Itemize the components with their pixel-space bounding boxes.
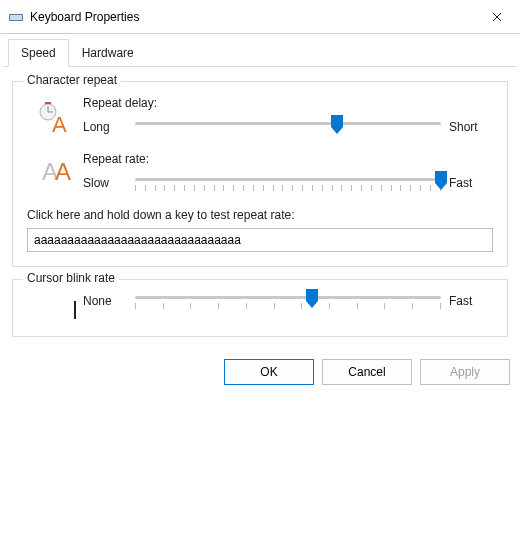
repeat-delay-min-label: Long <box>83 120 127 134</box>
cursor-blink-max-label: Fast <box>449 294 493 308</box>
repeat-rate-slider[interactable] <box>135 178 441 189</box>
repeat-rate-min-label: Slow <box>83 176 127 190</box>
cursor-blink-icon <box>27 294 83 320</box>
legend-cursor-blink: Cursor blink rate <box>23 271 119 285</box>
tab-hardware[interactable]: Hardware <box>69 39 147 67</box>
repeat-delay-label: Repeat delay: <box>83 96 493 110</box>
close-button[interactable] <box>474 0 520 34</box>
repeat-delay-icon: A <box>27 96 83 134</box>
cursor-blink-min-label: None <box>83 294 127 308</box>
title-bar: Keyboard Properties <box>0 0 520 34</box>
svg-rect-5 <box>45 102 51 104</box>
cancel-button-label: Cancel <box>348 365 385 379</box>
window-title: Keyboard Properties <box>30 10 474 24</box>
groupbox-character-repeat: Character repeat A Repeat delay: Long <box>12 81 508 267</box>
row-repeat-delay: A Repeat delay: Long Short <box>27 96 493 134</box>
row-repeat-rate: AA Repeat rate: Slow Fast <box>27 152 493 190</box>
repeat-rate-label: Repeat rate: <box>83 152 493 166</box>
client-area: Speed Hardware Character repeat A Repeat… <box>0 34 520 337</box>
test-repeat-input[interactable] <box>27 228 493 252</box>
app-icon <box>8 9 24 25</box>
ok-button[interactable]: OK <box>224 359 314 385</box>
ok-button-label: OK <box>260 365 277 379</box>
svg-text:A: A <box>52 112 67 134</box>
tab-hardware-label: Hardware <box>82 46 134 60</box>
apply-button[interactable]: Apply <box>420 359 510 385</box>
svg-rect-7 <box>74 301 76 319</box>
dialog-button-row: OK Cancel Apply <box>0 349 520 395</box>
groupbox-cursor-blink: Cursor blink rate None <box>12 279 508 337</box>
row-cursor-blink: None Fast <box>27 294 493 320</box>
tab-panel-speed: Character repeat A Repeat delay: Long <box>4 67 516 337</box>
tab-speed[interactable]: Speed <box>8 39 69 67</box>
repeat-rate-max-label: Fast <box>449 176 493 190</box>
repeat-delay-slider[interactable] <box>135 122 441 133</box>
tab-strip: Speed Hardware <box>4 38 516 67</box>
repeat-delay-max-label: Short <box>449 120 493 134</box>
cancel-button[interactable]: Cancel <box>322 359 412 385</box>
legend-character-repeat: Character repeat <box>23 73 121 87</box>
svg-rect-1 <box>10 15 22 20</box>
repeat-rate-icon: AA <box>27 152 83 186</box>
apply-button-label: Apply <box>450 365 480 379</box>
tab-speed-label: Speed <box>21 46 56 60</box>
cursor-blink-slider[interactable] <box>135 296 441 307</box>
test-repeat-label: Click here and hold down a key to test r… <box>27 208 493 222</box>
